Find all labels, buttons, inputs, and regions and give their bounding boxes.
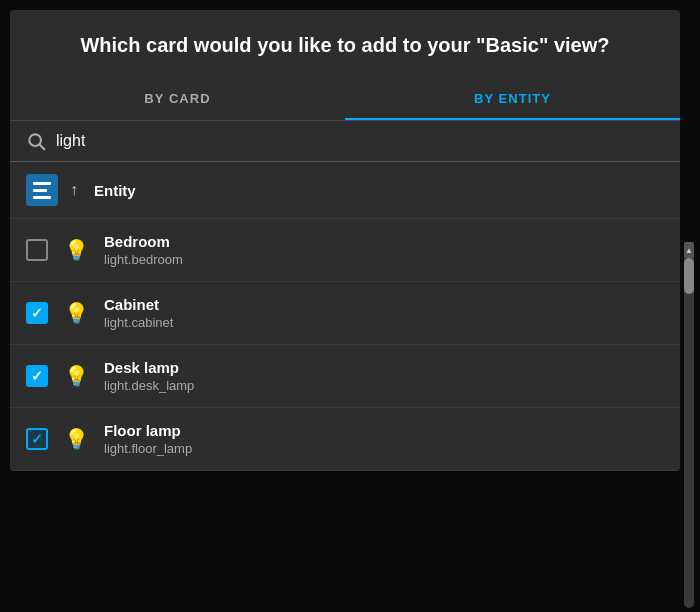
entity-info-desk-lamp: Desk lamp light.desk_lamp (104, 359, 194, 393)
search-bar (10, 121, 680, 162)
dialog-title: Which card would you like to add to your… (10, 10, 680, 77)
search-input[interactable] (56, 132, 664, 150)
entity-name-floor-lamp: Floor lamp (104, 422, 192, 439)
entity-icon-floor-lamp: 💡 (62, 425, 90, 453)
entity-row-desk-lamp[interactable]: ✓ 💡 Desk lamp light.desk_lamp (10, 345, 680, 408)
entity-id-floor-lamp: light.floor_lamp (104, 441, 192, 456)
entity-info-cabinet: Cabinet light.cabinet (104, 296, 173, 330)
sort-arrow-icon: ↑ (70, 181, 78, 199)
scrollbar-thumb[interactable] (684, 258, 694, 294)
entity-row-cabinet[interactable]: ✓ 💡 Cabinet light.cabinet (10, 282, 680, 345)
entity-row-floor-lamp[interactable]: ✓ 💡 Floor lamp light.floor_lamp (10, 408, 680, 471)
entity-name-cabinet: Cabinet (104, 296, 173, 313)
checkmark-cabinet: ✓ (31, 306, 43, 320)
checkmark-floor-lamp: ✓ (31, 432, 43, 446)
tab-by-card[interactable]: BY CARD (10, 77, 345, 120)
search-icon (26, 131, 46, 151)
tab-bar: BY CARD BY ENTITY (10, 77, 680, 121)
checkmark-desk-lamp: ✓ (31, 369, 43, 383)
entity-id-bedroom: light.bedroom (104, 252, 183, 267)
entity-info-bedroom: Bedroom light.bedroom (104, 233, 183, 267)
entity-id-desk-lamp: light.desk_lamp (104, 378, 194, 393)
add-card-dialog: Which card would you like to add to your… (10, 10, 680, 471)
entity-id-cabinet: light.cabinet (104, 315, 173, 330)
bulb-icon: 💡 (64, 427, 89, 451)
entity-icon-bedroom: 💡 (62, 236, 90, 264)
header-icon-box (26, 174, 58, 206)
checkbox-desk-lamp[interactable]: ✓ (26, 365, 48, 387)
bulb-icon: 💡 (64, 238, 89, 262)
scrollbar-track: ▲ (684, 242, 694, 608)
entity-name-desk-lamp: Desk lamp (104, 359, 194, 376)
checkbox-cabinet[interactable]: ✓ (26, 302, 48, 324)
tab-by-entity[interactable]: BY ENTITY (345, 77, 680, 120)
entity-row-bedroom[interactable]: 💡 Bedroom light.bedroom (10, 219, 680, 282)
entity-icon-cabinet: 💡 (62, 299, 90, 327)
entity-column-header: Entity (94, 182, 136, 199)
entity-icon-desk-lamp: 💡 (62, 362, 90, 390)
entity-sort-header[interactable]: ↑ Entity (10, 162, 680, 219)
entity-list: ↑ Entity 💡 Bedroom light.bedroom ✓ 💡 Cab… (10, 162, 680, 471)
bulb-icon: 💡 (64, 364, 89, 388)
list-icon (33, 182, 51, 199)
checkbox-bedroom[interactable] (26, 239, 48, 261)
entity-name-bedroom: Bedroom (104, 233, 183, 250)
bulb-icon: 💡 (64, 301, 89, 325)
checkbox-floor-lamp[interactable]: ✓ (26, 428, 48, 450)
svg-line-1 (40, 145, 45, 150)
scrollbar-up-button[interactable]: ▲ (684, 242, 694, 258)
entity-info-floor-lamp: Floor lamp light.floor_lamp (104, 422, 192, 456)
